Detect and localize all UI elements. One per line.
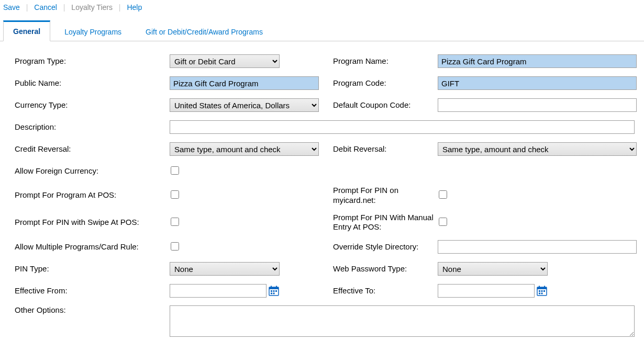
prompt-pin-manual-checkbox[interactable]	[439, 218, 447, 226]
label-description: Description:	[15, 122, 56, 131]
label-prompt-pin-swipe: Prompt For PIN with Swipe At POS:	[15, 218, 139, 226]
label-effective-to: Effective To:	[333, 286, 375, 295]
svg-rect-12	[544, 286, 545, 288]
svg-rect-14	[541, 290, 543, 292]
save-link[interactable]: Save	[3, 3, 24, 12]
calendar-icon[interactable]	[269, 286, 279, 296]
label-pin-type: PIN Type:	[15, 264, 49, 273]
program-code-input[interactable]	[438, 76, 637, 90]
currency-type-select[interactable]: United States of America, Dollars	[170, 98, 319, 112]
top-toolbar: Save | Cancel | Loyalty Tiers | Help	[0, 0, 644, 16]
label-default-coupon-code: Default Coupon Code:	[333, 100, 410, 109]
svg-rect-8	[273, 293, 275, 294]
label-prompt-program-pos: Prompt For Program At POS:	[15, 190, 116, 199]
label-other-options: Other Options:	[15, 302, 66, 314]
tab-bar: General Loyalty Programs Gift or Debit/C…	[0, 20, 644, 41]
label-program-code: Program Code:	[333, 78, 386, 87]
form-panel: Program Type: Gift or Debit Card Program…	[0, 41, 644, 341]
prompt-pin-swipe-checkbox[interactable]	[171, 218, 179, 226]
label-prompt-pin-manual: Prompt For PIN With Manual Entry At POS:	[333, 213, 434, 232]
tab-general[interactable]: General	[3, 20, 50, 41]
description-input[interactable]	[170, 120, 635, 134]
label-web-password-type: Web Password Type:	[333, 264, 407, 273]
default-coupon-code-input[interactable]	[438, 98, 637, 112]
public-name-input[interactable]	[170, 76, 319, 90]
label-currency-type: Currency Type:	[15, 100, 68, 109]
label-debit-reversal: Debit Reversal:	[333, 144, 387, 153]
label-public-name: Public Name:	[15, 78, 61, 87]
svg-rect-7	[271, 293, 272, 294]
web-password-type-select[interactable]: None	[438, 262, 548, 276]
toolbar-separator: |	[63, 3, 65, 12]
debit-reversal-select[interactable]: Same type, amount and check	[438, 142, 637, 156]
svg-rect-6	[275, 290, 277, 292]
svg-rect-5	[273, 290, 275, 292]
loyalty-tiers-link: Loyalty Tiers	[67, 3, 117, 12]
program-name-input[interactable]	[438, 54, 637, 68]
svg-rect-13	[539, 290, 540, 292]
pin-type-select[interactable]: None	[170, 262, 280, 276]
allow-foreign-currency-checkbox[interactable]	[171, 166, 179, 175]
svg-rect-1	[269, 287, 279, 289]
label-allow-multiple-programs: Allow Multiple Programs/Card Rule:	[15, 242, 139, 251]
svg-rect-3	[276, 286, 277, 288]
prompt-program-pos-checkbox[interactable]	[171, 190, 179, 199]
label-allow-foreign-currency: Allow Foreign Currency:	[15, 166, 98, 175]
label-prompt-pin-myicard: Prompt For PIN on myicard.net:	[333, 186, 398, 204]
svg-rect-4	[271, 290, 272, 292]
effective-from-input[interactable]	[170, 284, 267, 298]
svg-rect-16	[539, 293, 540, 294]
credit-reversal-select[interactable]: Same type, amount and check	[170, 142, 319, 156]
calendar-icon[interactable]	[537, 286, 547, 296]
svg-rect-17	[541, 293, 543, 294]
svg-rect-11	[539, 286, 540, 288]
label-credit-reversal: Credit Reversal:	[15, 144, 71, 153]
label-override-style-dir: Override Style Directory:	[333, 242, 418, 251]
program-type-select[interactable]: Gift or Debit Card	[170, 54, 280, 68]
help-link[interactable]: Help	[123, 3, 146, 12]
label-program-name: Program Name:	[333, 56, 388, 65]
svg-rect-15	[543, 290, 545, 292]
override-style-dir-input[interactable]	[438, 240, 637, 254]
toolbar-separator: |	[119, 3, 121, 12]
effective-to-input[interactable]	[438, 284, 535, 298]
label-program-type: Program Type:	[15, 56, 66, 65]
svg-rect-10	[537, 287, 547, 289]
cancel-link[interactable]: Cancel	[30, 3, 61, 12]
prompt-pin-myicard-checkbox[interactable]	[439, 190, 447, 199]
label-effective-from: Effective From:	[15, 286, 68, 295]
toolbar-separator: |	[26, 3, 28, 12]
other-options-textarea[interactable]	[170, 305, 635, 337]
tab-gift-programs[interactable]: Gift or Debit/Credit/Award Programs	[136, 22, 273, 41]
tab-loyalty-programs[interactable]: Loyalty Programs	[54, 22, 131, 41]
svg-rect-2	[271, 286, 272, 288]
allow-multiple-programs-checkbox[interactable]	[171, 242, 179, 251]
